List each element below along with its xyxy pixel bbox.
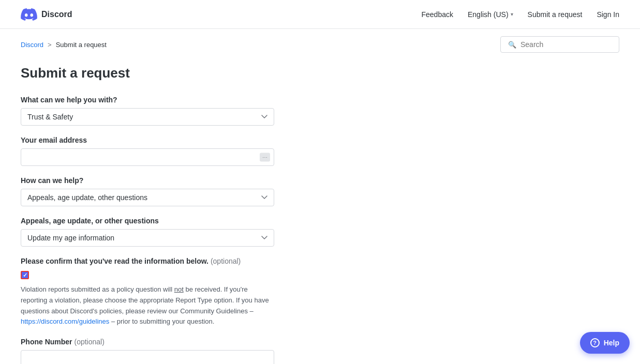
email-icon-button[interactable]: ⋯ — [260, 153, 270, 162]
help-button-icon: ? — [590, 338, 600, 347]
confirm-guidelines-link[interactable]: https://discord.com/guidelines — [21, 317, 109, 325]
email-label: Your email address — [21, 136, 274, 144]
checkbox-wrapper: ✓ — [21, 270, 274, 279]
search-icon: 🔍 — [508, 41, 516, 49]
main-content-area: Submit a request What can we help you wi… — [0, 60, 640, 364]
phone-group: Phone Number (optional) Registered using… — [21, 338, 274, 364]
how-can-label: How can we help? — [21, 176, 274, 185]
checkbox-checkmark-icon: ✓ — [23, 272, 27, 278]
breadcrumb: Discord > Submit a request — [21, 41, 107, 49]
confirm-text-part3: – prior to submitting your question. — [109, 317, 214, 325]
sub-topic-group: Appeals, age update, or other questions … — [21, 217, 274, 247]
how-can-help-group: How can we help? Appeals, age update, ot… — [21, 176, 274, 206]
submit-request-form: What can we help you with? Trust & Safet… — [21, 96, 274, 364]
discord-logo[interactable]: Discord — [21, 8, 72, 21]
confirm-section: Please confirm that you've read the info… — [21, 257, 274, 327]
email-input[interactable] — [21, 148, 274, 166]
language-selector[interactable]: English (US) ▾ — [468, 10, 513, 19]
help-button[interactable]: ? Help — [580, 332, 630, 354]
sub-topic-label: Appeals, age update, or other questions — [21, 217, 274, 225]
sub-topic-select[interactable]: Update my age information Appeal a ban O… — [21, 229, 274, 247]
confirm-label-text: Please confirm that you've read the info… — [21, 257, 209, 265]
help-button-label: Help — [604, 339, 619, 347]
feedback-link[interactable]: Feedback — [421, 10, 453, 19]
confirm-label: Please confirm that you've read the info… — [21, 257, 274, 265]
help-topic-group: What can we help you with? Trust & Safet… — [21, 96, 274, 126]
search-input[interactable] — [520, 40, 612, 49]
confirm-text-part1: Violation reports submitted as a policy … — [21, 285, 174, 293]
breadcrumb-current: Submit a request — [56, 41, 107, 49]
submit-request-link[interactable]: Submit a request — [528, 10, 583, 19]
language-arrow-icon: ▾ — [511, 11, 513, 17]
email-input-wrapper: ⋯ — [21, 148, 274, 166]
discord-logo-icon — [21, 8, 37, 21]
page-title: Submit a request — [21, 65, 619, 81]
help-topic-select[interactable]: Trust & Safety Billing Technical Support… — [21, 108, 274, 126]
confirm-checkbox-outline[interactable]: ✓ — [21, 271, 29, 279]
how-can-select[interactable]: Appeals, age update, other questions Rep… — [21, 189, 274, 206]
sign-in-link[interactable]: Sign In — [597, 10, 619, 19]
site-header: Discord Feedback English (US) ▾ Submit a… — [0, 0, 640, 29]
help-topic-label: What can we help you with? — [21, 96, 274, 104]
discord-logo-text: Discord — [41, 10, 72, 19]
confirm-text-not: not — [174, 285, 184, 293]
breadcrumb-separator: > — [48, 41, 52, 49]
language-label: English (US) — [468, 10, 509, 19]
email-group: Your email address ⋯ — [21, 136, 274, 166]
phone-label-text: Phone Number — [21, 338, 72, 346]
header-nav: Feedback English (US) ▾ Submit a request… — [421, 10, 619, 19]
breadcrumb-home-link[interactable]: Discord — [21, 41, 43, 49]
search-box: 🔍 — [500, 36, 619, 53]
breadcrumb-search-row: Discord > Submit a request 🔍 — [0, 29, 640, 60]
confirm-optional-parens: (optional) — [211, 257, 241, 265]
phone-label: Phone Number (optional) — [21, 338, 274, 346]
confirm-description: Violation reports submitted as a policy … — [21, 284, 274, 327]
phone-input[interactable] — [21, 350, 274, 364]
phone-optional-parens: (optional) — [74, 338, 104, 346]
